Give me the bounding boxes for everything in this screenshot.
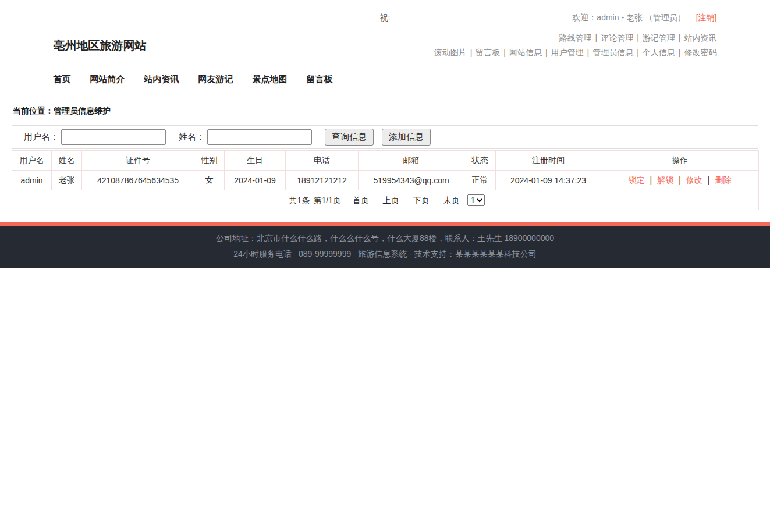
admin-links-row1: 路线管理|评论管理|游记管理|站内资讯: [434, 31, 717, 45]
main-nav: 首页 网站简介 站内资讯 网友游记 景点地图 留言板: [54, 67, 717, 95]
footer-service-phone: 089-99999999: [299, 249, 351, 258]
admin-links: 路线管理|评论管理|游记管理|站内资讯 滚动图片|留言板|网站信息|用户管理|管…: [434, 31, 717, 60]
admin-link-site-news[interactable]: 站内资讯: [684, 33, 717, 42]
last-page-link[interactable]: 末页: [443, 196, 459, 205]
page-info: 第1/1页: [313, 196, 340, 205]
admin-link-admin-info[interactable]: 管理员信息: [592, 48, 633, 57]
edit-link[interactable]: 修改: [686, 175, 702, 185]
site-header: 亳州地区旅游网站 路线管理|评论管理|游记管理|站内资讯 滚动图片|留言板|网站…: [0, 26, 770, 67]
pagination: 共1条第1/1页 首页 上页 下页 末页1: [286, 196, 485, 205]
first-page-link[interactable]: 首页: [353, 196, 369, 205]
cell-status: 正常: [464, 171, 496, 190]
unlock-link[interactable]: 解锁: [657, 175, 673, 185]
cell-email: 519954343@qq.com: [359, 171, 464, 190]
nav-message-board[interactable]: 留言板: [307, 74, 333, 85]
admin-link-carousel[interactable]: 滚动图片: [434, 48, 467, 57]
page-select[interactable]: 1: [467, 194, 485, 206]
admin-link-personal-info[interactable]: 个人信息: [643, 48, 675, 57]
query-button[interactable]: 查询信息: [325, 129, 374, 146]
main-nav-wrap: 首页 网站简介 站内资讯 网友游记 景点地图 留言板: [0, 67, 770, 95]
footer-service-label: 24小时服务电话: [233, 249, 292, 258]
table-header-row: 用户名 姓名 证件号 性别 生日 电话 邮箱 状态 注册时间 操作: [12, 151, 759, 171]
username-input[interactable]: [61, 129, 166, 145]
add-button[interactable]: 添加信息: [382, 129, 431, 146]
admin-links-row2: 滚动图片|留言板|网站信息|用户管理|管理员信息|个人信息|修改密码: [434, 45, 717, 60]
col-id-number: 证件号: [82, 151, 194, 171]
cell-register-time: 2024-01-09 14:37:23: [496, 171, 601, 190]
user-welcome: 欢迎：admin - 老张 （管理员） [注销]: [572, 13, 716, 23]
col-username: 用户名: [12, 151, 52, 171]
name-label: 姓名：: [179, 132, 205, 143]
cell-phone: 18912121212: [286, 171, 359, 190]
welcome-text: 欢迎：admin - 老张 （管理员）: [572, 13, 685, 22]
admin-table: 用户名 姓名 证件号 性别 生日 电话 邮箱 状态 注册时间 操作 admin …: [12, 150, 759, 210]
admin-link-message-board[interactable]: 留言板: [476, 48, 500, 57]
announcement-text: 祝:: [380, 13, 391, 23]
table-row: admin 老张 421087867645634535 女 2024-01-09…: [12, 171, 759, 190]
col-name: 姓名: [52, 151, 82, 171]
username-label: 用户名：: [24, 132, 59, 143]
admin-link-change-password[interactable]: 修改密码: [684, 48, 717, 57]
admin-link-site-info[interactable]: 网站信息: [509, 48, 542, 57]
col-register-time: 注册时间: [496, 151, 601, 171]
delete-link[interactable]: 删除: [715, 175, 731, 185]
col-phone: 电话: [286, 151, 359, 171]
pagination-row: 共1条第1/1页 首页 上页 下页 末页1: [12, 190, 759, 210]
nav-scenic-map[interactable]: 景点地图: [253, 74, 288, 85]
site-title: 亳州地区旅游网站: [54, 38, 147, 54]
cell-name: 老张: [52, 171, 82, 190]
page-footer: 公司地址：北京市什么什么路，什么么什么号，什么大厦88楼，联系人：王先生 189…: [0, 222, 770, 268]
next-page-link[interactable]: 下页: [413, 196, 430, 205]
logout-link[interactable]: [注销]: [696, 13, 717, 22]
prev-page-link[interactable]: 上页: [383, 196, 399, 205]
footer-line1: 公司地址：北京市什么什么路，什么么什么号，什么大厦88楼，联系人：王先生 189…: [0, 230, 770, 246]
breadcrumb: 当前位置：管理员信息维护: [13, 106, 757, 116]
cell-birthday: 2024-01-09: [225, 171, 286, 190]
col-email: 邮箱: [359, 151, 464, 171]
cell-actions: 锁定|解锁|修改|删除: [601, 171, 759, 190]
total-count: 共1条: [289, 196, 310, 205]
cell-id-number: 421087867645634535: [82, 171, 194, 190]
cell-gender: 女: [194, 171, 225, 190]
admin-link-comment-manage[interactable]: 评论管理: [601, 33, 633, 42]
admin-link-travelnote-manage[interactable]: 游记管理: [643, 33, 675, 42]
nav-site-news[interactable]: 站内资讯: [144, 74, 179, 85]
col-status: 状态: [464, 151, 496, 171]
admin-link-route-manage[interactable]: 路线管理: [559, 33, 592, 42]
nav-home[interactable]: 首页: [54, 74, 71, 85]
top-bar: 祝: 欢迎：admin - 老张 （管理员） [注销]: [0, 0, 770, 26]
search-panel: 用户名： 姓名： 查询信息 添加信息: [12, 125, 758, 149]
nav-site-intro[interactable]: 网站简介: [90, 74, 125, 85]
col-birthday: 生日: [225, 151, 286, 171]
admin-link-user-manage[interactable]: 用户管理: [551, 48, 584, 57]
lock-link[interactable]: 锁定: [629, 175, 645, 185]
cell-username: admin: [12, 171, 52, 190]
nav-travel-notes[interactable]: 网友游记: [198, 74, 233, 85]
footer-line2: 24小时服务电话089-99999999旅游信息系统 - 技术支持：某某某某某某…: [0, 246, 770, 262]
col-gender: 性别: [194, 151, 225, 171]
col-actions: 操作: [601, 151, 759, 171]
footer-tech-support: 旅游信息系统 - 技术支持：某某某某某某科技公司: [358, 249, 536, 258]
name-input[interactable]: [207, 129, 312, 145]
